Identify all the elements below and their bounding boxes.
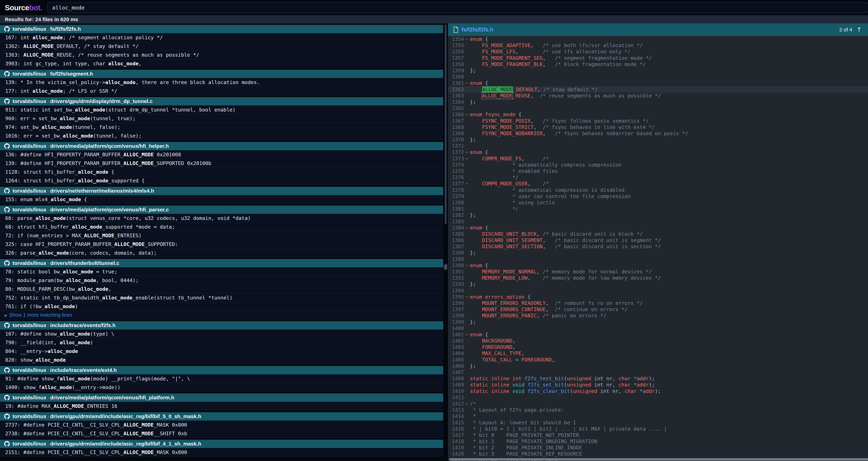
repo-name: torvalds/linux xyxy=(12,260,46,266)
code-token: , xyxy=(522,350,524,356)
match-line[interactable]: 139: * In the victim_sel_policy->alloc_m… xyxy=(0,78,443,87)
line-number: 1393 xyxy=(448,281,464,287)
fold-chevron-icon[interactable] xyxy=(466,333,468,336)
match-line[interactable]: 1016: err = set_bw_alloc_mode(tunnel, fa… xyxy=(0,132,443,140)
match-line[interactable]: 136: #define HFI_PROPERTY_PARAM_BUFFER_A… xyxy=(0,150,443,159)
match-line[interactable]: 177: int alloc_mode; /* LFS or SSR */ xyxy=(0,87,443,95)
file-group-header[interactable]: torvalds/linux·drivers/gpu/drm/display/d… xyxy=(0,97,443,106)
match-line[interactable]: 1128: struct hfi_buffer_alloc_mode { xyxy=(0,168,443,176)
match-text: static int tb_dp_bandwidth_ xyxy=(20,295,102,301)
match-line[interactable]: 66: parse_alloc_mode(struct venus_core *… xyxy=(0,214,443,223)
match-line[interactable]: 1400: show_falloc_mode(__entry->mode)) xyxy=(0,383,443,392)
code-token: enum xyxy=(470,262,482,268)
top-bar: Sourcebot. ⚙ xyxy=(0,0,868,15)
match-line[interactable]: 790: __field(int, alloc_mode) xyxy=(0,338,443,347)
match-line[interactable]: 91: #define show_falloc_mode(mode) __pri… xyxy=(0,374,443,383)
match-line[interactable]: 761: if (!bw_alloc_mode) xyxy=(0,302,443,311)
line-number: 1418 xyxy=(448,438,464,444)
fold-chevron-icon[interactable] xyxy=(466,295,468,298)
match-line[interactable]: 78: static bool bw_alloc_mode = true; xyxy=(0,267,443,276)
code-token xyxy=(546,55,555,61)
match-text: if (!bw_ xyxy=(20,304,44,309)
code-token xyxy=(482,112,485,117)
match-line[interactable]: 325: case HFI_PROPERTY_PARAM_BUFFER_ALLO… xyxy=(0,240,443,249)
match-highlight: ALLOC_MODE xyxy=(123,449,154,455)
code-token: , xyxy=(543,131,546,136)
line-number: 1374 xyxy=(448,162,464,168)
search-box[interactable] xyxy=(48,2,868,13)
match-line[interactable]: 2151: #define PCIE_CI_CNTL__CI_SLV_CPL_A… xyxy=(0,448,443,457)
fold-chevron-icon[interactable] xyxy=(466,182,468,185)
fold-chevron-icon[interactable] xyxy=(466,226,468,229)
match-line[interactable]: 804: __entry->alloc_mode xyxy=(0,347,443,355)
file-group-header[interactable]: torvalds/linux·fs/f2fs/f2fs.h xyxy=(0,25,443,33)
file-group-header[interactable]: torvalds/linux·fs/f2fs/segment.h xyxy=(0,70,443,78)
results-scrollbar[interactable] xyxy=(445,25,447,224)
code-line: 1392 MEMORY_MODE_LOW, /* memory mode for… xyxy=(448,275,868,281)
match-text: __entry-> xyxy=(20,348,48,354)
fold-chevron-icon[interactable] xyxy=(466,151,468,153)
file-group-header[interactable]: torvalds/linux·drivers/gpu/drm/amd/inclu… xyxy=(0,440,443,448)
match-line[interactable]: 107: #define show_alloc_mode(type) \ xyxy=(0,329,443,338)
search-input[interactable] xyxy=(52,4,864,11)
show-more-matches[interactable]: Show 1 more matching lines xyxy=(0,311,443,319)
match-highlight: ALLOC_MODE xyxy=(115,241,145,247)
match-line[interactable]: 1363: ALLOC_MODE_REUSE, /* reuse segment… xyxy=(0,51,443,59)
match-line[interactable]: 2737: #define PCIE_CI_CNTL__CI_SLV_CPL_A… xyxy=(0,421,443,429)
match-line[interactable]: 139: #define HFI_PROPERTY_PARAM_BUFFER_A… xyxy=(0,159,443,168)
match-line[interactable]: 19: #define MAX_ALLOC_MODE_ENTRIES 16 xyxy=(0,402,443,410)
file-group-header[interactable]: torvalds/linux·drivers/net/ethernet/mell… xyxy=(0,187,443,195)
code-text: MEMORY_MODE_NORMAL, /* memory mode for n… xyxy=(470,269,868,275)
fold-chevron-icon[interactable] xyxy=(466,113,468,116)
line-number: 1356 xyxy=(448,49,464,55)
fold-chevron-icon[interactable] xyxy=(466,402,468,405)
match-line[interactable]: 167: int alloc_mode; /* segment allocati… xyxy=(0,33,443,42)
code-token: /* memory mode for normal devices */ xyxy=(543,269,652,275)
resize-handle-icon[interactable] xyxy=(444,264,447,270)
code-token: /* stay default */ xyxy=(544,87,598,92)
fold-chevron-icon[interactable] xyxy=(466,157,468,160)
app-logo[interactable]: Sourcebot. xyxy=(5,3,42,12)
match-text: _supported *mode = data; xyxy=(102,224,175,230)
match-highlight: alloc_mode xyxy=(48,348,78,354)
match-line[interactable]: 155: enum mlx4_alloc_mode { xyxy=(0,195,443,204)
fold-slot xyxy=(464,38,470,40)
match-line[interactable]: 80: MODULE_PARM_DESC(bw_alloc_mode, xyxy=(0,285,443,293)
match-line[interactable]: 820: show_alloc_mode xyxy=(0,355,443,364)
match-line[interactable]: 326: parse_alloc_mode(core, codecs, doma… xyxy=(0,249,443,257)
match-line[interactable]: 1362: ALLOC_MODE_DEFAULT, /* stay defaul… xyxy=(0,42,443,51)
match-line[interactable]: 3903: int gc_type, int type, char alloc_… xyxy=(0,59,443,68)
match-line[interactable]: 2738: #define PCIE_CI_CNTL__CI_SLV_CPL_A… xyxy=(0,429,443,438)
file-group-header[interactable]: torvalds/linux·drivers/gpu/drm/amd/inclu… xyxy=(0,412,443,421)
horizontal-scrollbar-thumb[interactable] xyxy=(449,458,868,460)
line-number: 1413 xyxy=(448,407,464,413)
code-token: /* reuse segments as much as possible */ xyxy=(540,93,661,99)
file-group-header[interactable]: torvalds/linux·drivers/media/platform/qc… xyxy=(0,142,443,150)
file-group-header[interactable]: torvalds/linux·drivers/media/platform/qc… xyxy=(0,205,443,214)
fold-chevron-icon[interactable] xyxy=(466,264,468,266)
preview-filename[interactable]: fs/f2fs/f2fs.h xyxy=(462,27,493,33)
match-line[interactable]: 68: struct hfi_buffer_alloc_mode_support… xyxy=(0,223,443,231)
match-line[interactable]: 72: if (num_entries > MAX_ALLOC_MODE_ENT… xyxy=(0,231,443,240)
match-line[interactable]: 974: set_bw_alloc_mode(tunnel, false); xyxy=(0,123,443,132)
file-group-header[interactable]: torvalds/linux·drivers/thunderbolt/tunne… xyxy=(0,259,443,267)
match-line[interactable]: 79: module_param(bw_alloc_mode, bool, 04… xyxy=(0,276,443,285)
previous-match-button[interactable]: ↑ xyxy=(855,27,863,33)
next-match-button[interactable]: ↓ xyxy=(866,27,868,33)
horizontal-scrollbar[interactable] xyxy=(448,458,868,461)
panel-divider[interactable] xyxy=(443,24,448,461)
fold-chevron-icon[interactable] xyxy=(466,82,468,84)
file-group-header[interactable]: torvalds/linux·include/trace/events/ext4… xyxy=(0,366,443,374)
file-group-header[interactable]: torvalds/linux·drivers/media/platform/qc… xyxy=(0,394,443,402)
fold-chevron-icon[interactable] xyxy=(466,38,468,40)
match-line[interactable]: 752: static int tb_dp_bandwidth_alloc_mo… xyxy=(0,293,443,302)
match-text: parse_ xyxy=(20,250,38,256)
line-number: 1404 xyxy=(448,350,464,356)
match-text: static bool bw_ xyxy=(18,269,63,275)
file-group-header[interactable]: torvalds/linux·include/trace/events/f2fs… xyxy=(0,321,443,329)
code-token: MOUNT_ERRORS_PANIC xyxy=(482,313,536,319)
match-line[interactable]: 911: static int set_bw_alloc_mode(struct… xyxy=(0,106,443,114)
match-line[interactable]: 1264: struct hfi_buffer_alloc_mode_suppo… xyxy=(0,176,443,185)
match-line[interactable]: 960: err = set_bw_alloc_mode(tunnel, tru… xyxy=(0,114,443,123)
line-number: 1384 xyxy=(448,225,464,231)
